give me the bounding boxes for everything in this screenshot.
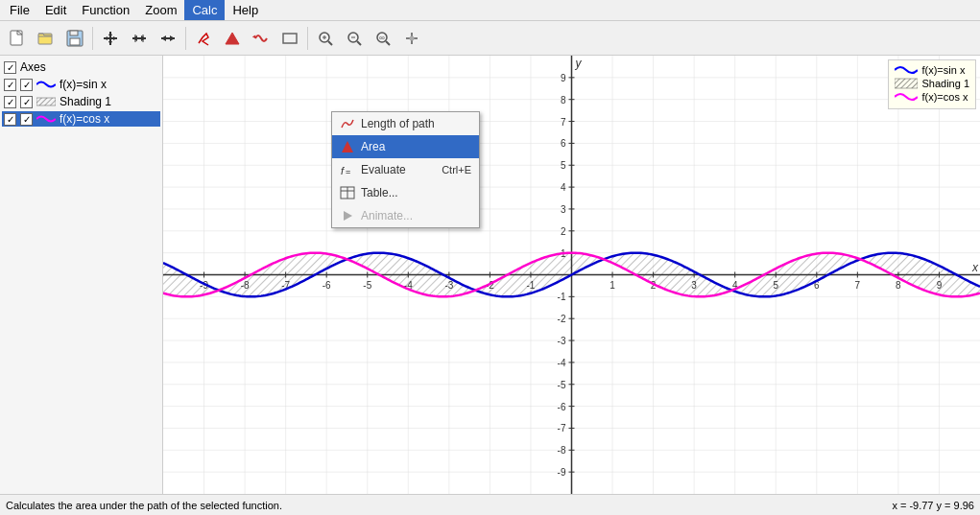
rect-tool[interactable] [276,25,303,52]
graph-svg: -9-9-8-8-7-7-6-6-5-5-4-4-3-3-2-2-1-11122… [163,56,980,494]
svg-marker-12 [104,36,108,40]
area-icon [340,139,355,154]
svg-marker-159 [344,211,352,221]
svg-text:-6: -6 [323,280,331,291]
shading-cb2[interactable] [20,96,33,108]
svg-text:6: 6 [561,138,566,149]
svg-text:∞: ∞ [379,34,385,42]
menu-zoom[interactable]: Zoom [137,0,184,20]
cosx-legend-line [36,114,56,124]
menubar: File Edit Function Zoom Calc Help [0,0,980,21]
svg-marker-153 [342,141,353,152]
legend-shading: Shading 1 [895,78,969,89]
sidebar-item-axes[interactable]: Axes [2,59,160,75]
cosx-cb2[interactable] [20,113,33,126]
svg-marker-22 [226,33,239,44]
new-button[interactable] [4,25,31,52]
zoom-in-button[interactable] [312,25,339,52]
pan-button[interactable] [398,25,425,52]
svg-text:-9: -9 [558,467,566,478]
sinx-cb1[interactable] [4,79,16,91]
legend-shading-label: Shading 1 [921,78,969,89]
svg-rect-152 [895,79,918,88]
graph-area[interactable]: -9-9-8-8-7-7-6-6-5-5-4-4-3-3-2-2-1-11122… [163,56,980,494]
calc-menu-area[interactable]: Area [332,135,479,158]
menu-function[interactable]: Function [74,0,137,20]
svg-text:5: 5 [561,160,566,171]
svg-text:7: 7 [561,117,566,128]
legend-cosx-label: f(x)=cos x [921,91,968,103]
calc-menu-evaluate-shortcut: Ctrl+E [442,164,471,176]
svg-text:-7: -7 [558,423,566,433]
axes-checkbox[interactable] [4,61,16,74]
menu-edit[interactable]: Edit [37,0,74,20]
move-button[interactable] [97,25,124,52]
cosx-cb1[interactable] [4,113,16,126]
svg-rect-24 [283,34,297,43]
shading-cb1[interactable] [4,96,16,108]
svg-text:-5: -5 [363,280,371,291]
svg-text:7: 7 [855,280,861,291]
sinx-legend-line [36,80,56,89]
menu-file[interactable]: File [2,0,37,20]
sidebar-item-cosx[interactable]: f(x)=cos x [2,111,160,127]
svg-line-26 [328,41,332,45]
calc-menu-animate-label: Animate... [361,209,413,222]
svg-text:-8: -8 [558,445,566,456]
svg-text:4: 4 [561,182,566,193]
zoom-in-x-button[interactable] [126,25,153,52]
unknown-tool[interactable] [248,25,275,52]
calc-menu-length-of-path[interactable]: Length of path [332,112,479,135]
toolbar: ∞ [0,21,980,56]
calc-menu-length-label: Length of path [361,117,435,130]
svg-text:1: 1 [610,280,615,291]
evaluate-icon: f= [340,162,355,177]
svg-marker-21 [170,35,175,41]
length-icon [340,116,355,131]
legend-cosx: f(x)=cos x [895,91,969,103]
legend-sinx-label: f(x)=sin x [921,64,965,76]
arrow-tool[interactable] [190,25,217,52]
calc-menu-evaluate-label: Evaluate [361,163,406,176]
svg-text:9: 9 [561,73,566,83]
sinx-cb2[interactable] [20,79,33,91]
zoom-fit-button[interactable]: ∞ [370,25,396,52]
svg-rect-6 [70,31,78,35]
svg-text:-4: -4 [558,358,566,368]
menu-calc[interactable]: Calc [184,0,225,20]
status-message: Calculates the area under the path of th… [6,500,282,511]
open-button[interactable] [33,25,60,52]
svg-line-30 [357,41,361,45]
svg-text:2: 2 [561,226,566,237]
sidebar-item-shading[interactable]: Shading 1 [2,94,160,109]
legend-sinx: f(x)=sin x [895,64,969,76]
svg-rect-36 [36,98,56,105]
sep2 [185,27,186,50]
statusbar: Calculates the area under the path of th… [0,494,980,515]
svg-point-35 [410,35,415,40]
sidebar-item-sinx[interactable]: f(x)=sin x [2,77,160,92]
sep3 [307,27,308,50]
menu-help[interactable]: Help [225,0,266,20]
svg-text:-5: -5 [558,380,566,390]
svg-marker-10 [108,32,112,35]
zoom-out-x-button[interactable] [155,25,181,52]
main-area: Axes f(x)=sin x Shading 1 f(x)=cos x [0,56,980,494]
save-button[interactable] [61,25,88,52]
svg-text:-2: -2 [558,314,566,324]
sidebar: Axes f(x)=sin x Shading 1 f(x)=cos x [0,56,163,494]
svg-text:-1: -1 [558,292,566,302]
zoom-out-button[interactable] [341,25,368,52]
calc-menu-table[interactable]: Table... [332,181,479,204]
svg-text:8: 8 [561,95,566,105]
mountain-tool[interactable] [219,25,246,52]
sep1 [92,27,93,50]
calc-menu-table-label: Table... [361,186,398,199]
calc-menu-animate: Animate... [332,204,479,227]
shading-legend [36,97,56,106]
svg-text:-3: -3 [558,336,566,346]
animate-icon [340,208,355,223]
svg-marker-11 [108,41,112,45]
calc-menu-evaluate[interactable]: f= Evaluate Ctrl+E [332,158,479,181]
svg-line-33 [386,41,390,45]
